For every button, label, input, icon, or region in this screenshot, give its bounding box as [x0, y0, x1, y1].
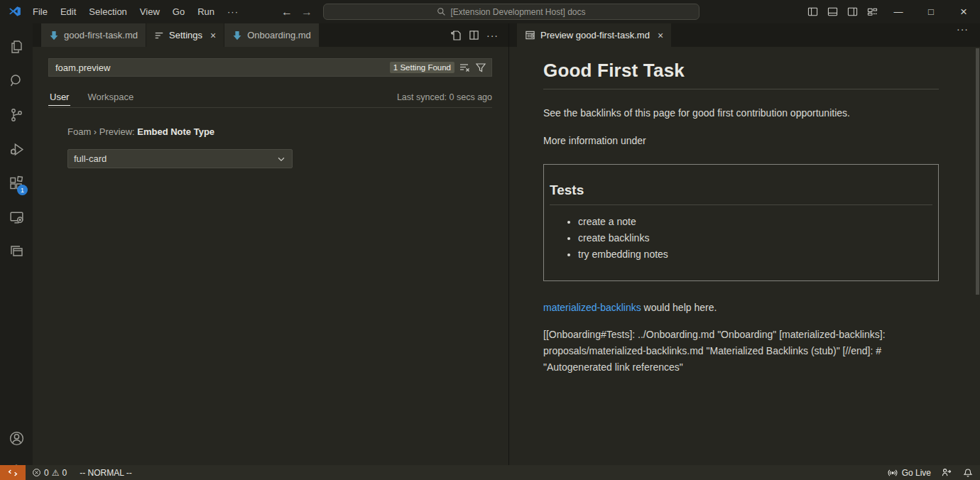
tab-label: Onboarding.md [247, 30, 311, 40]
markdown-preview-pane: Good First Task See the backlinks of thi… [509, 47, 980, 465]
preview-paragraph: More information under [543, 133, 939, 148]
maximize-button[interactable]: □ [915, 0, 947, 23]
toggle-secondary-sidebar-icon[interactable] [842, 0, 862, 23]
setting-category: Foam › Preview: [67, 126, 137, 137]
vim-mode-indicator: -- NORMAL -- [80, 468, 132, 478]
problems-status[interactable]: 0 ⚠ 0 [32, 468, 67, 478]
markdown-preview-icon [525, 30, 535, 40]
tab-label: Preview good-first-task.md [540, 30, 650, 40]
tab-settings[interactable]: Settings × [146, 23, 224, 47]
menu-edit[interactable]: Edit [54, 4, 82, 20]
list-item: try embedding notes [578, 246, 932, 263]
last-synced-status: Last synced: 0 secs ago [397, 92, 492, 108]
settings-results-badge: 1 Setting Found [390, 62, 454, 73]
preview-title: Good First Task [543, 60, 939, 89]
go-live-button[interactable]: Go Live [902, 468, 931, 478]
live-share-icon[interactable] [941, 467, 952, 478]
link-suffix-text: would help here. [641, 302, 717, 313]
editor-tabs-left-group: good-first-task.md Settings × Onboarding… [33, 23, 508, 47]
split-editor-icon[interactable] [469, 30, 479, 40]
menu-view[interactable]: View [134, 4, 166, 20]
preview-paragraph: See the backlinks of this page for good … [543, 105, 939, 121]
menu-more-icon[interactable]: ··· [221, 4, 245, 20]
tab-preview-good-first-task[interactable]: Preview good-first-task.md × [517, 23, 671, 47]
tab-good-first-task[interactable]: good-first-task.md [41, 23, 146, 47]
back-arrow-icon[interactable]: ← [281, 6, 293, 18]
close-window-button[interactable]: × [947, 0, 980, 23]
menu-run[interactable]: Run [191, 4, 221, 20]
more-actions-icon[interactable]: ··· [486, 30, 499, 41]
clear-settings-filter-icon[interactable] [459, 62, 470, 73]
accounts-icon[interactable] [0, 421, 33, 455]
explorer-icon[interactable] [0, 30, 33, 64]
scope-tab-user[interactable]: User [48, 92, 70, 108]
link-references-text: [[Onboarding#Tests]: ../Onboarding.md "O… [543, 327, 939, 376]
search-view-icon[interactable] [0, 64, 33, 98]
scope-tab-workspace[interactable]: Workspace [86, 92, 135, 108]
warning-icon: ⚠ [52, 468, 60, 478]
chevron-down-icon [276, 154, 286, 164]
menu-bar: File Edit Selection View Go Run ··· [26, 4, 245, 20]
more-actions-icon[interactable]: ··· [957, 23, 980, 47]
window-controls: — □ × [802, 0, 980, 23]
command-center-search[interactable]: [Extension Development Host] docs [323, 4, 699, 20]
command-center-label: [Extension Development Host] docs [450, 7, 585, 17]
vscode-logo-icon [8, 6, 22, 18]
open-settings-json-icon[interactable] [450, 30, 462, 41]
settings-search-input[interactable] [49, 62, 390, 73]
toggle-panel-icon[interactable] [822, 0, 842, 23]
remote-explorer-icon[interactable] [0, 200, 33, 234]
error-icon [32, 468, 41, 477]
close-tab-icon[interactable]: × [210, 31, 216, 40]
materialized-backlinks-link[interactable]: materialized-backlinks [543, 302, 641, 313]
toggle-primary-sidebar-icon[interactable] [802, 0, 822, 23]
embedded-note-heading: Tests [550, 182, 932, 205]
status-bar-right: Go Live [888, 467, 980, 478]
markdown-file-icon [49, 31, 59, 40]
extensions-icon[interactable]: 1 [0, 166, 33, 200]
editor-actions-left-group: ··· [450, 23, 508, 47]
remote-indicator[interactable] [0, 465, 26, 480]
embed-note-type-dropdown[interactable]: full-card [67, 149, 293, 168]
preview-paragraph: materialized-backlinks would help here. [543, 300, 939, 315]
broadcast-icon [888, 468, 898, 478]
editor-tabs-right-group: Preview good-first-task.md × ··· [509, 23, 980, 47]
remote-icon [8, 468, 18, 478]
source-control-icon[interactable] [0, 98, 33, 132]
list-item: create backlinks [578, 230, 932, 246]
history-navigation: ← → [281, 0, 312, 23]
run-and-debug-icon[interactable] [0, 132, 33, 166]
embedded-note-card: Tests create a note create backlinks try… [543, 164, 939, 281]
setting-title: Foam › Preview: Embed Note Type [67, 126, 472, 137]
dropdown-value: full-card [74, 153, 107, 164]
settings-separator [48, 107, 492, 108]
notifications-bell-icon[interactable] [963, 468, 973, 478]
settings-tune-icon [154, 31, 164, 40]
filter-settings-icon[interactable] [475, 62, 486, 73]
close-tab-icon[interactable]: × [658, 31, 663, 40]
markdown-preview-content: Good First Task See the backlinks of thi… [543, 47, 939, 376]
customize-layout-icon[interactable] [862, 0, 882, 23]
list-item: create a note [578, 214, 932, 230]
tab-label: good-first-task.md [64, 30, 138, 40]
markdown-file-icon [232, 31, 242, 40]
status-bar: 0 ⚠ 0 -- NORMAL -- Go Live [0, 465, 980, 480]
menu-go[interactable]: Go [166, 4, 191, 20]
settings-editor: 1 Setting Found User Workspace Last sync… [33, 47, 508, 465]
minimize-button[interactable]: — [882, 0, 915, 23]
settings-search-box: 1 Setting Found [48, 58, 492, 77]
setting-item-embed-note-type: Foam › Preview: Embed Note Type full-car… [67, 126, 472, 168]
forward-arrow-icon[interactable]: → [301, 6, 312, 18]
tab-onboarding[interactable]: Onboarding.md [224, 23, 319, 47]
search-icon [437, 7, 446, 16]
error-count: 0 [44, 468, 49, 478]
setting-name: Embed Note Type [137, 126, 214, 137]
vscode-window: File Edit Selection View Go Run ··· ← → … [0, 0, 980, 480]
title-bar: File Edit Selection View Go Run ··· ← → … [0, 0, 980, 23]
menu-selection[interactable]: Selection [82, 4, 133, 20]
menu-file[interactable]: File [26, 4, 54, 20]
preview-scrollbar[interactable] [976, 48, 979, 295]
open-editors-windows-icon[interactable] [0, 234, 33, 268]
warning-count: 0 [62, 468, 67, 478]
settings-scope-tabs: User Workspace Last synced: 0 secs ago [48, 87, 492, 108]
